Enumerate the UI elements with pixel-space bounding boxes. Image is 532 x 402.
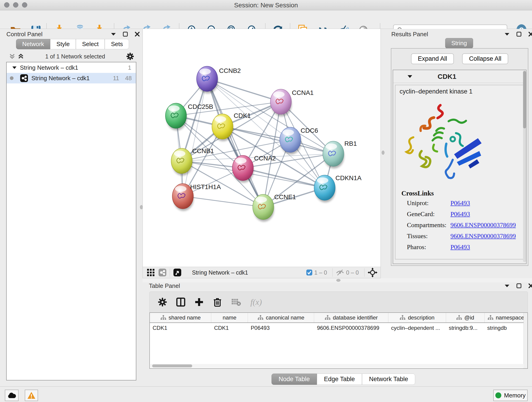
- tab-sets[interactable]: Sets: [105, 39, 129, 49]
- right-splitter-handle[interactable]: [382, 151, 385, 155]
- crosslink-link[interactable]: P06493: [450, 211, 470, 218]
- function-builder-icon: f(x): [250, 297, 262, 307]
- table-cell[interactable]: stringdb:9...: [446, 323, 485, 333]
- network-badge-icon[interactable]: [158, 268, 167, 277]
- crosslink-link[interactable]: 9606.ENSP00000378699: [450, 221, 516, 229]
- results-scrollbar[interactable]: [523, 70, 526, 262]
- panel-close-icon[interactable]: [135, 32, 140, 37]
- network-node-hist1h1a[interactable]: HIST1H1A: [172, 183, 221, 211]
- column-attribute-icon: [399, 315, 405, 320]
- selected-nodes-checkbox-icon[interactable]: [306, 269, 312, 276]
- center-view-crosshair-icon[interactable]: [368, 268, 377, 277]
- crosslink-row: Uniprot:P06493: [407, 199, 523, 207]
- collapse-all-button[interactable]: Collapse All: [462, 53, 508, 64]
- crosslink-link[interactable]: 9606.ENSP00000378699: [450, 232, 516, 240]
- tab-select[interactable]: Select: [76, 39, 105, 49]
- network-node-rb1[interactable]: RB1: [323, 140, 357, 168]
- cloud-status-button[interactable]: [5, 390, 19, 401]
- results-panel-title: Results Panel: [391, 31, 428, 38]
- node-table: shared namenamecanonical namedatabase id…: [149, 313, 528, 369]
- network-edge[interactable]: [207, 79, 281, 102]
- network-graph[interactable]: CCNB2CCNA1CDC25BCDK1CDC6RB1CCNB1CCNA2CDK…: [143, 29, 381, 267]
- crosslink-label: Uniprot:: [407, 199, 450, 207]
- tab-string[interactable]: String: [445, 38, 473, 48]
- expand-all-icon[interactable]: [18, 53, 24, 60]
- tab-network[interactable]: Network: [16, 39, 50, 49]
- network-row[interactable]: String Network – cdk1 11 48: [7, 73, 136, 83]
- column-header-name[interactable]: name: [211, 313, 248, 322]
- table-settings-gear-icon[interactable]: [158, 298, 167, 307]
- table-cell[interactable]: stringdb: [484, 323, 527, 333]
- horizontal-splitter[interactable]: [143, 278, 532, 282]
- column-header--id[interactable]: @id: [446, 313, 485, 322]
- delete-column-trash-icon[interactable]: [213, 298, 222, 307]
- column-header-database-identifier[interactable]: database identifier: [314, 313, 388, 322]
- footer-separator: [170, 268, 170, 277]
- network-collection-row[interactable]: String Network – cdk1 1: [7, 62, 136, 73]
- table-cell[interactable]: P06493: [248, 323, 314, 333]
- panel-float-icon[interactable]: [516, 32, 521, 37]
- results-panel: Results Panel String Expand All Collapse…: [387, 29, 532, 278]
- results-scrollbar-thumb[interactable]: [523, 71, 526, 128]
- network-node-ccnb1[interactable]: CCNB1: [171, 147, 214, 176]
- panel-close-icon[interactable]: [528, 32, 532, 37]
- network-edge[interactable]: [183, 196, 263, 207]
- collapse-all-icon[interactable]: [9, 53, 15, 60]
- table-row[interactable]: CDK1CDK1P064939606.ENSP00000378699cyclin…: [150, 323, 527, 333]
- tab-network-table[interactable]: Network Table: [362, 374, 415, 385]
- collection-name: String Network – cdk1: [20, 64, 128, 71]
- window-title: Session: New Session: [0, 2, 532, 9]
- tab-style[interactable]: Style: [50, 39, 76, 49]
- crosslink-link[interactable]: P06493: [450, 243, 470, 251]
- column-header-shared-name[interactable]: shared name: [150, 313, 211, 322]
- gene-expander-icon[interactable]: [407, 75, 412, 78]
- memory-button[interactable]: Memory: [493, 390, 528, 401]
- column-header-canonical-name[interactable]: canonical name: [248, 313, 314, 322]
- crosslink-link[interactable]: P06493: [450, 199, 470, 207]
- crosslinks-section: CrossLinks Uniprot:P06493GeneCard:P06493…: [395, 190, 523, 251]
- network-node-cdc6[interactable]: CDC6: [280, 127, 318, 154]
- birds-eye-view-icon[interactable]: [173, 268, 181, 277]
- network-canvas[interactable]: CCNB2CCNA1CDC25BCDK1CDC6RB1CCNB1CCNA2CDK…: [143, 29, 381, 267]
- panel-close-icon[interactable]: [528, 283, 532, 288]
- panel-menu-icon[interactable]: [505, 284, 510, 287]
- table-horizontal-scrollbar[interactable]: [150, 364, 524, 368]
- column-attribute-icon: [258, 315, 264, 320]
- table-panel-title: Table Panel: [149, 282, 180, 289]
- network-node-ccne1[interactable]: CCNE1: [253, 193, 296, 222]
- table-horizontal-scrollbar-thumb[interactable]: [152, 364, 192, 367]
- title-bar: Session: New Session: [0, 0, 532, 10]
- crosslinks-list: Uniprot:P06493GeneCard:P06493Compartment…: [395, 199, 523, 251]
- column-header-label: database identifier: [333, 314, 378, 321]
- network-node-cdkn1a[interactable]: CDKN1A: [314, 174, 361, 202]
- collection-expander-icon[interactable]: [12, 66, 17, 69]
- column-header-namespace[interactable]: namespace: [485, 313, 528, 322]
- control-panel-tabs: Network Style Select Sets: [16, 39, 129, 49]
- expand-all-button[interactable]: Expand All: [411, 53, 454, 64]
- warnings-button[interactable]: [25, 390, 38, 401]
- panel-menu-icon[interactable]: [505, 32, 510, 36]
- memory-label: Memory: [504, 392, 526, 399]
- gene-header-row[interactable]: CDK1: [393, 70, 526, 83]
- tab-edge-table[interactable]: Edge Table: [317, 374, 362, 385]
- grid-view-icon[interactable]: [147, 269, 155, 276]
- panel-float-icon[interactable]: [516, 283, 521, 288]
- table-cell[interactable]: CDK1: [150, 323, 211, 333]
- table-cell[interactable]: CDK1: [211, 323, 248, 333]
- network-node-cdk1[interactable]: CDK1: [212, 112, 251, 141]
- split-view-icon[interactable]: [176, 298, 185, 307]
- panel-menu-icon[interactable]: [111, 32, 116, 36]
- panel-float-icon[interactable]: [123, 32, 128, 37]
- network-options-gear-icon[interactable]: [126, 52, 134, 60]
- table-panel-tabs: Node Table Edge Table Network Table: [272, 374, 415, 385]
- table-vertical-scrollbar[interactable]: [524, 313, 527, 368]
- column-header-description[interactable]: description: [388, 313, 446, 322]
- table-cell[interactable]: cyclin–dependent ...: [388, 323, 446, 333]
- add-column-icon[interactable]: [195, 298, 204, 307]
- footer-separator: [364, 268, 365, 277]
- hidden-items-eye-icon[interactable]: [336, 269, 344, 276]
- tab-node-table[interactable]: Node Table: [272, 374, 317, 385]
- table-cell[interactable]: 9606.ENSP00000378699: [314, 323, 388, 333]
- node-label: CDC6: [301, 127, 318, 134]
- horizontal-splitter-handle[interactable]: [336, 279, 341, 282]
